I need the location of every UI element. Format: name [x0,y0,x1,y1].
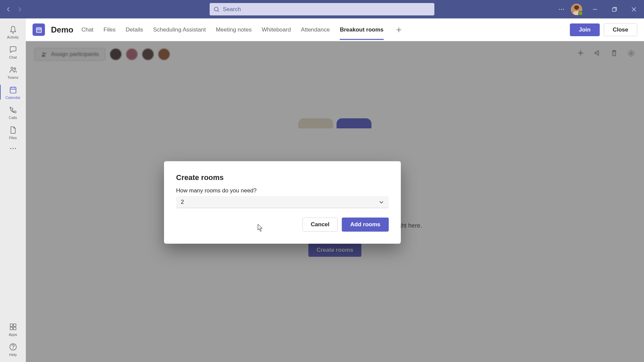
tab-chat[interactable]: Chat [82,20,94,40]
svg-point-7 [11,67,13,69]
room-count-select[interactable]: 2 [176,196,389,208]
more-icon[interactable] [558,6,565,13]
minimize-icon [593,7,597,11]
rail-activity[interactable]: Activity [0,22,26,42]
tab-attendance[interactable]: Attendance [301,20,330,40]
search-box[interactable] [210,3,434,15]
rail-calendar-label: Calendar [5,96,20,100]
file-icon [9,126,17,134]
back-button[interactable] [3,4,14,15]
meeting-tab-bar: Demo Chat Files Details Scheduling Assis… [26,18,644,41]
rail-help[interactable]: Help [0,339,26,362]
rail-more[interactable] [0,142,26,155]
tab-whiteboard[interactable]: Whiteboard [262,20,291,40]
svg-point-3 [563,9,564,10]
teams-icon [9,65,17,74]
svg-point-11 [12,148,13,149]
app-rail: Activity Chat Teams Calendar Calls Files [0,18,26,362]
svg-rect-16 [13,327,16,330]
rail-apps-label: Apps [9,333,17,337]
window-maximize-button[interactable] [608,4,621,15]
svg-point-1 [559,9,560,10]
svg-rect-6 [612,8,616,11]
join-button[interactable]: Join [570,23,600,36]
help-icon [9,343,17,351]
svg-rect-14 [13,324,16,326]
chevron-right-icon [17,7,22,12]
workspace: Demo Chat Files Details Scheduling Assis… [26,18,644,362]
user-avatar[interactable] [571,4,582,15]
svg-point-12 [15,148,16,149]
rail-teams[interactable]: Teams [0,62,26,82]
tab-scheduling-assistant[interactable]: Scheduling Assistant [153,20,206,40]
window-close-button[interactable] [627,4,641,15]
search-icon [214,6,219,12]
rail-activity-label: Activity [7,35,19,39]
svg-point-18 [12,348,13,349]
chevron-down-icon [379,199,384,205]
add-rooms-button[interactable]: Add rooms [342,218,389,232]
phone-icon [9,106,17,114]
plus-icon [396,27,402,33]
rail-calls[interactable]: Calls [0,102,26,122]
svg-rect-15 [10,327,13,330]
svg-point-0 [214,7,218,11]
search-input[interactable] [223,6,430,13]
dialog-title: Create rooms [176,173,389,182]
content-area: Assign participants [26,41,644,362]
svg-point-8 [14,68,16,69]
rail-calls-label: Calls [9,116,17,120]
calendar-icon [9,85,17,94]
rail-teams-label: Teams [7,75,18,79]
more-icon [9,147,17,150]
title-bar [0,0,644,18]
tab-details[interactable]: Details [126,20,143,40]
maximize-icon [612,7,617,12]
rail-files[interactable]: Files [0,122,26,142]
tab-meeting-notes[interactable]: Meeting notes [216,20,252,40]
rail-files-label: Files [9,136,17,140]
meeting-calendar-icon [33,23,45,36]
svg-point-2 [561,9,562,10]
svg-rect-9 [10,87,16,93]
rail-apps[interactable]: Apps [0,319,26,339]
meeting-title: Demo [51,25,73,35]
cancel-button[interactable]: Cancel [303,218,338,232]
apps-icon [9,322,17,331]
rail-calendar[interactable]: Calendar [0,82,26,102]
svg-point-10 [10,148,11,149]
room-count-label: How many rooms do you need? [176,187,389,194]
window-minimize-button[interactable] [588,4,602,15]
close-button[interactable]: Close [604,23,637,36]
chat-icon [9,45,17,54]
svg-rect-19 [36,27,41,33]
rail-help-label: Help [9,353,17,357]
forward-button[interactable] [14,4,25,15]
tab-files[interactable]: Files [104,20,116,40]
rail-chat[interactable]: Chat [0,42,26,62]
close-icon [632,7,636,12]
create-rooms-dialog: Create rooms How many rooms do you need?… [164,161,401,244]
chevron-left-icon [6,7,11,12]
tab-breakout-rooms[interactable]: Breakout rooms [340,20,383,40]
presence-available-icon [578,11,583,16]
room-count-value: 2 [181,199,184,205]
bell-icon [9,25,17,34]
rail-chat-label: Chat [9,55,17,59]
svg-rect-13 [10,324,13,326]
add-tab-button[interactable] [394,27,404,33]
